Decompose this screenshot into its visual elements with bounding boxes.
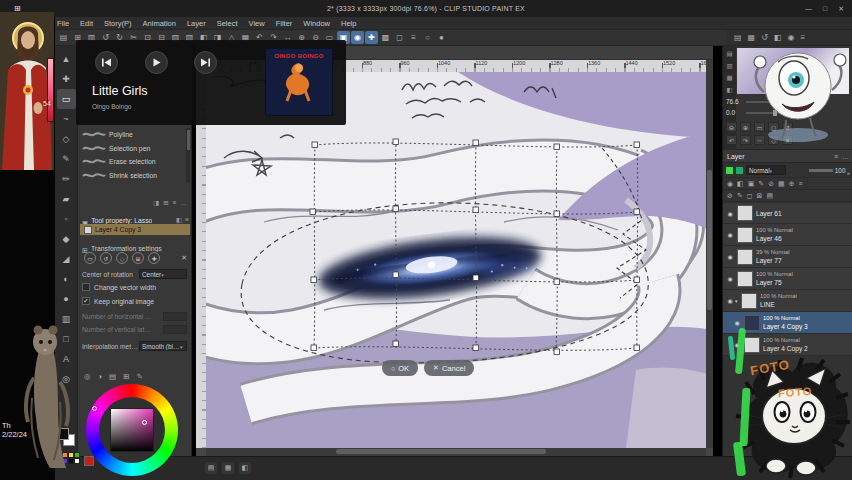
menu-item[interactable]: Animation [143,19,176,28]
color-wheel-panel[interactable] [84,382,184,480]
footer-icon[interactable]: ◑ [98,372,103,381]
header-icon[interactable]: ≡ [185,216,189,224]
layer-visibility-icon[interactable] [725,231,735,238]
tool-icon[interactable]: ✚ [57,69,76,89]
layer-effect-icon[interactable]: ⊕ [789,180,795,188]
close-transform-icon[interactable]: ✕ [181,254,187,262]
checkbox[interactable] [82,297,90,305]
layer-lock-icon[interactable]: ◻ [747,192,753,200]
layer-lock-icon[interactable]: ⊘ [727,192,733,200]
transform-mode-button[interactable]: ✚ [148,252,160,264]
saturation-value-box[interactable] [110,408,154,452]
tool-icon[interactable]: ◢ [57,249,76,269]
scrollbar-thumb[interactable] [707,170,712,310]
sv-indicator[interactable] [142,420,147,425]
tool-icon[interactable]: ~ [57,109,76,129]
layer-row[interactable]: Layer 61 [723,203,852,224]
header-icon[interactable]: ◧ [176,216,182,224]
menu-item[interactable]: Select [217,19,238,28]
transform-mode-button[interactable]: ▭ [84,252,96,264]
checkbox[interactable] [82,283,90,291]
toolbar-icon[interactable]: ◻ [393,31,406,44]
layer-row[interactable]: 100 % Normal Layer 46 [723,224,852,246]
layer-visibility-icon[interactable] [725,297,735,304]
layer-visibility-icon[interactable] [725,253,735,260]
layer-effect-icon[interactable]: ◧ [737,180,744,188]
layer-visibility-icon[interactable] [725,210,735,217]
dock-icon[interactable]: ▤ [734,33,742,42]
subtool-item[interactable]: Polyline [78,128,186,142]
navigator-tab-icon[interactable]: ▦ [726,74,732,82]
tool-icon[interactable]: ◇ [57,129,76,149]
menu-item[interactable]: Layer [187,19,206,28]
window-control-button[interactable]: — [805,4,812,13]
active-layer-chip[interactable]: Layer 4 Copy 3 [80,224,190,235]
footer-icon[interactable]: ◎ [84,372,91,381]
footer-icon[interactable]: ✎ [136,372,142,381]
layer-visibility-icon[interactable] [725,275,735,282]
toolbar-icon[interactable]: ▤ [57,31,70,44]
menu-item[interactable]: View [249,19,265,28]
toolbar-icon[interactable]: ● [435,31,448,44]
panel-menu-icon[interactable]: ≡ [834,153,838,160]
layer-row[interactable]: 39 % Normal Layer 77 [723,246,852,268]
layer-effect-icon[interactable]: ◉ [727,180,733,188]
navigator-button[interactable]: ⊖ [726,122,737,132]
menu-item[interactable]: File [57,19,69,28]
checkbox-row[interactable]: Change vector width [82,283,156,291]
window-control-button[interactable]: ✕ [838,4,844,13]
menu-item[interactable]: Filter [276,19,293,28]
navigator-tab-icon[interactable]: ▤ [726,50,732,58]
layer-lock-icon[interactable]: ✎ [737,192,743,200]
layer-row[interactable]: 100 % Normal Layer 75 [723,268,852,290]
transform-mode-button[interactable]: ↺ [100,252,112,264]
layer-color-swatch-2[interactable] [736,167,743,174]
next-button[interactable] [194,51,217,74]
layer-color-swatch[interactable] [726,167,733,174]
status-icon[interactable]: ▦ [222,462,234,474]
ok-button[interactable]: OK [382,360,418,376]
interpolation-select[interactable]: Smooth (bilinear) [139,341,187,351]
center-of-rotation-select[interactable]: Center [139,269,187,279]
canvas-artwork[interactable] [206,72,713,448]
toolbar-icon[interactable]: ▩ [379,31,392,44]
palette-icon[interactable]: ⊞ [163,199,168,207]
palette-icon[interactable]: ≡ [173,199,177,207]
transform-mode-button[interactable]: ⊞ [132,252,144,264]
horizontal-scrollbar[interactable] [206,448,706,456]
layer-row[interactable]: ▾ 100 % Normal LINE [723,290,852,312]
navigator-button[interactable]: ↶ [726,135,737,145]
layer-effect-icon[interactable]: ≡ [799,180,803,187]
layer-effect-icon[interactable]: ▦ [778,180,785,188]
tool-icon[interactable]: ◐ [57,269,76,289]
layer-effect-icon[interactable]: ▣ [748,180,755,188]
spinner-icon[interactable] [847,161,850,179]
menu-item[interactable]: Story(P) [104,19,132,28]
subtool-item[interactable]: Selection pen [78,142,186,156]
current-color-swatch[interactable] [84,456,94,466]
toolbar-icon[interactable]: ◉ [351,31,364,44]
layer-effect-icon[interactable]: ✎ [758,180,764,188]
tool-icon[interactable]: ▰ [57,189,76,209]
checkbox-row[interactable]: Keep original image [82,297,156,305]
footer-icon[interactable]: ▤ [109,372,116,381]
status-icon[interactable]: ◧ [239,462,251,474]
menu-item[interactable]: Window [303,19,330,28]
transform-mode-button[interactable]: ◇ [116,252,128,264]
play-button[interactable] [145,51,168,74]
subtool-item[interactable]: Shrink selection [78,169,186,183]
tool-icon[interactable]: ▲ [57,49,76,69]
status-icon[interactable]: ▤ [205,462,217,474]
panel-menu-icon[interactable]: … [842,153,849,160]
palette-icon[interactable]: … [181,199,188,207]
toolbar-icon[interactable]: ✚ [365,31,378,44]
layer-lock-icon[interactable]: ▤ [766,192,773,200]
subtool-scrollbar[interactable] [186,128,190,183]
navigator-tab-icon[interactable]: ◧ [726,86,732,94]
layer-effect-icon[interactable]: ⊘ [768,180,774,188]
previous-button[interactable] [95,51,118,74]
tool-icon[interactable]: ◦ [57,209,76,229]
footer-icon[interactable]: ⊞ [123,372,129,381]
scrollbar-thumb[interactable] [336,449,546,454]
hue-indicator[interactable] [92,406,97,411]
